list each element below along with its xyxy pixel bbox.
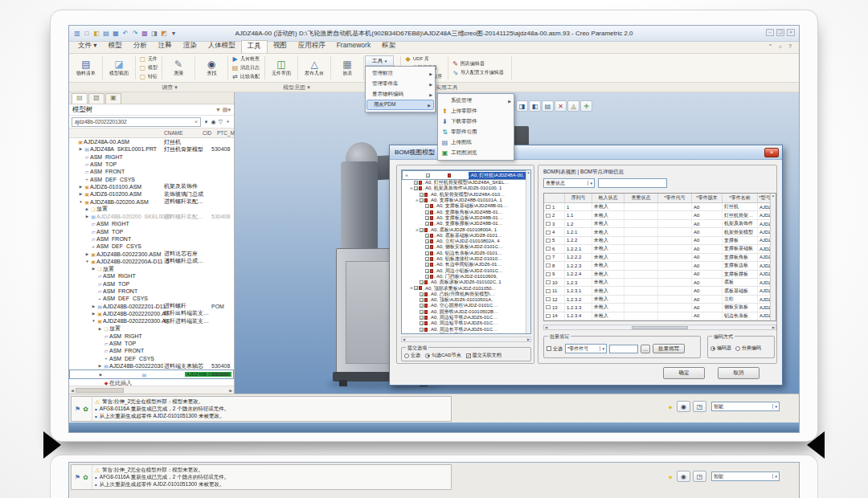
annotation-display-icon[interactable]: ◬: [567, 100, 579, 112]
row-checkbox[interactable]: [546, 231, 551, 235]
tree-node[interactable]: ▶▤AJDZ48A_SKEL0001.PRT灯丝机骨架模型530408: [69, 145, 234, 153]
table-row[interactable]: 11未检入A0灯丝机AJDZ4: [544, 203, 776, 211]
row-checkbox[interactable]: [546, 314, 551, 318]
tab-注释[interactable]: 注释: [153, 40, 178, 53]
tab-视图[interactable]: 视图: [268, 40, 293, 53]
node-checkbox[interactable]: ✓: [420, 292, 424, 296]
node-checkbox[interactable]: ✓: [425, 239, 429, 243]
table-row[interactable]: 41.2.1未检入A0机架骨架模型AJDZ4: [544, 228, 776, 236]
table-hscrollbar[interactable]: ◀▶: [543, 325, 776, 330]
menu-download-part[interactable]: ⬇下载零部件: [438, 116, 514, 127]
tree-node[interactable]: ▱ASM_TOP: [69, 161, 234, 168]
node-checkbox[interactable]: ✓: [425, 257, 429, 261]
group-caption-调查[interactable]: 调查 ▾: [117, 84, 222, 92]
bom-tree-node[interactable]: ✓, A0, 周边长平铁1\AJDZ6-01C: [402, 333, 530, 334]
dup-status-select[interactable]: 查重状态▾: [543, 178, 595, 188]
tab-工具[interactable]: 工具: [241, 40, 268, 53]
ribbon-right-icons[interactable]: ⌃ ⌕ ?: [768, 43, 794, 50]
node-checkbox[interactable]: ✓: [420, 280, 424, 284]
node-checkbox[interactable]: ✓: [425, 245, 429, 249]
dialog-close-button[interactable]: ×: [764, 148, 779, 157]
batch-value-input[interactable]: [609, 345, 638, 353]
encoder-radio[interactable]: 编码器: [710, 345, 731, 352]
favorites-tab[interactable]: ▣: [105, 93, 121, 104]
table-row[interactable]: 61.2.2.1未检入A0支撑板基础板AJDZ4: [544, 245, 776, 253]
node-checkbox[interactable]: ✓: [414, 186, 418, 190]
tree-horizontal-scrollbar[interactable]: ◀▶: [69, 386, 234, 394]
selection-filter-select[interactable]: 智能▾: [711, 402, 780, 411]
geometry-check-button[interactable]: ▶几何检查: [231, 55, 261, 63]
selection-filter-select[interactable]: 智能▾: [711, 471, 780, 481]
batch-field-select[interactable]: *零件件号▾: [565, 344, 607, 353]
tree-node[interactable]: ▱ASM_TOP: [69, 228, 234, 235]
tab-人体模型[interactable]: 人体模型: [203, 40, 241, 53]
menu-upload-drawing[interactable]: ▤上传图纸: [438, 137, 514, 148]
row-checkbox[interactable]: [546, 247, 551, 251]
tree-node[interactable]: ▼▣AJDZ48B-0202220300.A螺杆进料端装支…: [69, 317, 234, 325]
tree-node[interactable]: ▶❏放置: [69, 325, 234, 332]
clear-search-icon[interactable]: ×: [194, 119, 198, 124]
table-row[interactable]: 31.2未检入A0机架及装饰件AJDZ6-: [544, 220, 776, 228]
table-row[interactable]: 51.2.2未检入A0支撑板AJDZ4: [544, 237, 776, 245]
batch-select-all-checkbox[interactable]: 全选: [547, 345, 563, 353]
table-vscrollbar[interactable]: ▲: [770, 194, 776, 320]
tools-dropdown-button[interactable]: 工具▾: [365, 55, 394, 66]
chart-editor-button[interactable]: ✎图表编辑器: [452, 59, 508, 67]
display-style-icon[interactable]: ◨: [516, 100, 528, 112]
tab-模型[interactable]: 模型: [103, 40, 128, 53]
row-checkbox[interactable]: [546, 239, 551, 243]
tree-node[interactable]: ▼▣AJDZ48B-020200.ASM进料螺杆装配…: [69, 198, 234, 205]
tree-node[interactable]: ▶▣AJDZ48B-0202220200.A螺杆出料端装支…: [69, 310, 234, 317]
ok-button[interactable]: 确定: [663, 367, 705, 379]
bom-report-button[interactable]: ▤物料清单: [71, 55, 101, 81]
tree-node[interactable]: ▶▤AJDZ48B-02022203530408: [69, 369, 234, 379]
tree-node[interactable]: ▱ASM_FRONT: [69, 347, 234, 354]
search-add-icon[interactable]: +: [224, 119, 231, 125]
classified-code-radio[interactable]: 分类编码: [735, 345, 761, 352]
row-checkbox[interactable]: [546, 222, 551, 226]
message-flag-icon[interactable]: ⚑: [75, 406, 80, 413]
table-row[interactable]: 101.2.3未检入A0底板AJDZ6-: [544, 279, 776, 287]
model-notify-icon[interactable]: ✿: [83, 406, 88, 413]
tree-node[interactable]: ▶▤AJDZ48B-02022201-D11进料螺杆POM: [69, 303, 234, 310]
save-as-icon[interactable]: ▦: [112, 29, 120, 38]
batch-more-button[interactable]: …: [641, 345, 650, 353]
model-notify-icon[interactable]: ✿: [83, 474, 88, 481]
tree-columns-icon[interactable]: ▤▾: [223, 107, 231, 112]
table-row[interactable]: 81.2.2.3未检入A0支撑板边板AJDZ4: [544, 262, 776, 270]
table-row[interactable]: 121.2.3.2未检入A0立柱AJDZ-C: [544, 296, 776, 304]
window-overlay-button[interactable]: ◳: [693, 471, 706, 482]
node-checkbox[interactable]: ✓: [425, 210, 429, 214]
tab-文件[interactable]: 文件 ▾: [72, 40, 103, 53]
tree-node[interactable]: ▶▣AJDZ48B-02022300.ASM进料送芯右座: [69, 250, 234, 257]
tab-框架[interactable]: 框架: [376, 40, 401, 53]
node-checkbox[interactable]: ✓: [420, 298, 424, 302]
udf-library-button[interactable]: ◆UDF 库: [404, 55, 444, 63]
model-button[interactable]: ▢模型: [139, 64, 158, 72]
publish-geometry-button[interactable]: △发布几何: [299, 55, 330, 81]
more-commands-icon[interactable]: ▾: [170, 29, 178, 38]
submit-select-all-radio[interactable]: 全选: [404, 352, 420, 359]
menu-item-管理零件库[interactable]: 管理零件库▶: [366, 79, 435, 89]
datum-display-icon[interactable]: ✕: [555, 100, 567, 112]
regenerate-icon[interactable]: ▩: [141, 29, 149, 38]
screen-icon[interactable]: ▥: [73, 29, 81, 38]
find-button[interactable]: ◉: [677, 401, 690, 412]
view-manager-icon[interactable]: ▤: [542, 100, 554, 112]
windows-icon[interactable]: ◨: [150, 29, 158, 38]
bom-tree-vscrollbar[interactable]: ▲: [526, 170, 530, 333]
row-checkbox[interactable]: [546, 305, 551, 309]
row-checkbox[interactable]: [546, 289, 551, 293]
tree-node[interactable]: ▶▣AJDZ6-010100.ASM机架及装饰件: [69, 183, 234, 190]
import-profile-editor-button[interactable]: ⇘导入配置文件编辑器: [452, 68, 508, 76]
menu-system-manage[interactable]: 系统管理▶: [438, 96, 514, 106]
tree-node[interactable]: ▱ASM_FRONT: [69, 288, 234, 295]
model-tree-tab[interactable]: ▤: [72, 93, 88, 104]
tree-node[interactable]: ▱ASM_RIGHT: [69, 272, 234, 280]
folder-browser-tab[interactable]: ▧: [88, 93, 104, 104]
node-checkbox[interactable]: ✓: [414, 181, 418, 185]
find-button[interactable]: ◉查找: [196, 55, 227, 81]
table-row[interactable]: 131.2.3.3未检入A0侧板安装板AJDZ-C: [544, 304, 776, 312]
menu-item-管理标注[interactable]: 管理标注▶: [366, 68, 435, 79]
family-table-button[interactable]: ▦族表: [332, 55, 362, 81]
